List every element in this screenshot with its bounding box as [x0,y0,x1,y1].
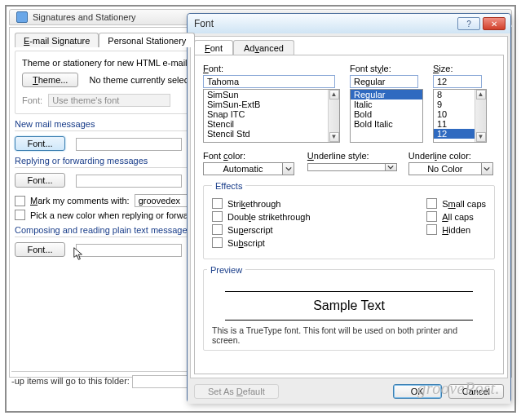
font-dropdown-disabled: Use theme's font [48,94,170,107]
effects-group-label: Effects [212,181,245,191]
set-as-default-button: Set As Default [194,384,279,399]
font-dialog-title: Font [192,18,457,29]
small-caps-checkbox[interactable] [426,198,437,209]
preview-note: This is a TrueType font. This font will … [207,325,491,347]
scrollbar[interactable]: ▲▼ [475,90,486,142]
mark-comments-checkbox[interactable] [15,196,25,206]
theme-status: No theme currently selected [89,75,201,85]
reply-preview [76,175,182,188]
cancel-button[interactable]: Cancel [448,384,504,399]
subscript-checkbox[interactable] [212,237,223,248]
plain-preview [76,244,182,257]
reply-font-button[interactable]: Font... [15,173,65,188]
all-caps-checkbox[interactable] [426,211,437,222]
font-name-input[interactable]: Tahoma [203,75,335,88]
new-mail-font-button[interactable]: Font... [15,136,65,151]
sig-window-icon [16,11,28,23]
tab-personal-stationery[interactable]: Personal Stationery [99,33,195,47]
font-titlebar[interactable]: Font ? ✕ [188,14,510,33]
underline-style-dropdown[interactable] [307,163,397,171]
plain-font-button[interactable]: Font... [15,242,65,257]
pick-color-label: Pick a new color when replying or forwar… [30,210,208,220]
font-style-input[interactable]: Regular [350,75,418,88]
chevron-down-icon [481,163,492,175]
font-dialog: Font ? ✕ Font Advanced Font: Tahoma SimS… [187,13,511,403]
font-style-list[interactable]: Regular Italic Bold Bold Italic [350,89,423,143]
mark-comments-label: Mark my comments with: [30,196,130,206]
double-strikethrough-checkbox[interactable] [212,211,223,222]
font-name-list[interactable]: SimSun SimSun-ExtB Snap ITC Stencil Sten… [203,89,340,143]
pick-color-checkbox[interactable] [15,210,25,220]
superscript-checkbox[interactable] [212,224,223,235]
tab-email-signature[interactable]: E-mail Signature [15,33,99,47]
new-mail-preview [76,138,182,151]
chevron-down-icon [282,163,294,175]
font-color-dropdown[interactable]: Automatic [203,162,294,175]
chevron-down-icon [385,164,396,170]
ok-button[interactable]: OK [393,384,442,399]
font-color-label: Font color: [203,151,298,161]
preview-label: Preview [207,265,245,275]
tab-font[interactable]: Font [194,40,233,55]
underline-style-label: Underline style: [307,151,399,161]
font-size-input[interactable]: 12 [433,75,482,88]
mark-comments-input[interactable]: groovedex [135,194,192,207]
preview-box: Sample Text [225,291,473,321]
font-size-list[interactable]: 8 9 10 11 12 ▲▼ [433,89,487,143]
hidden-checkbox[interactable] [426,224,437,235]
sig-window-title: Signatures and Stationery [33,12,136,22]
font-style-label: Font style: [350,64,425,73]
theme-button[interactable]: Theme... [22,73,78,87]
font-size-label: Size: [433,64,488,73]
strikethrough-checkbox[interactable] [212,198,223,209]
font-name-label: Font: [203,64,342,73]
help-button[interactable]: ? [457,17,480,30]
tab-advanced[interactable]: Advanced [233,40,294,55]
underline-color-dropdown[interactable]: No Color [408,162,493,175]
underline-color-label: Underline color: [408,151,495,161]
scrollbar[interactable]: ▲▼ [328,90,339,142]
font-label: Font: [22,95,42,105]
close-button[interactable]: ✕ [483,17,506,30]
